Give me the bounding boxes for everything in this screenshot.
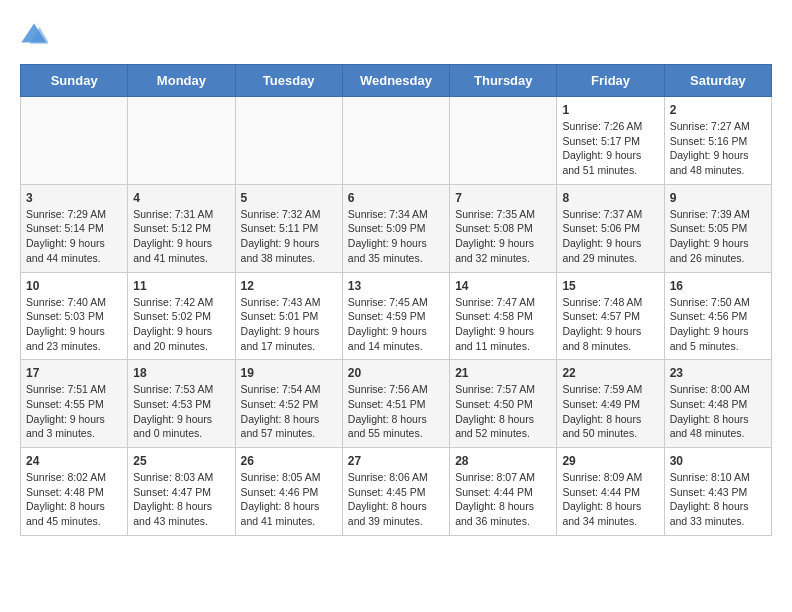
- calendar-cell: 25Sunrise: 8:03 AM Sunset: 4:47 PM Dayli…: [128, 448, 235, 536]
- day-number: 18: [133, 366, 229, 380]
- calendar-cell: 7Sunrise: 7:35 AM Sunset: 5:08 PM Daylig…: [450, 184, 557, 272]
- logo: [20, 20, 52, 48]
- day-number: 26: [241, 454, 337, 468]
- day-number: 21: [455, 366, 551, 380]
- calendar-cell: 2Sunrise: 7:27 AM Sunset: 5:16 PM Daylig…: [664, 97, 771, 185]
- day-number: 29: [562, 454, 658, 468]
- logo-icon: [20, 20, 48, 48]
- weekday-header: Wednesday: [342, 65, 449, 97]
- day-info: Sunrise: 7:34 AM Sunset: 5:09 PM Dayligh…: [348, 207, 444, 266]
- day-number: 15: [562, 279, 658, 293]
- day-number: 11: [133, 279, 229, 293]
- calendar-cell: 17Sunrise: 7:51 AM Sunset: 4:55 PM Dayli…: [21, 360, 128, 448]
- day-number: 2: [670, 103, 766, 117]
- calendar-cell: 29Sunrise: 8:09 AM Sunset: 4:44 PM Dayli…: [557, 448, 664, 536]
- calendar-cell: 20Sunrise: 7:56 AM Sunset: 4:51 PM Dayli…: [342, 360, 449, 448]
- day-number: 27: [348, 454, 444, 468]
- day-info: Sunrise: 8:06 AM Sunset: 4:45 PM Dayligh…: [348, 470, 444, 529]
- day-number: 9: [670, 191, 766, 205]
- calendar-body: 1Sunrise: 7:26 AM Sunset: 5:17 PM Daylig…: [21, 97, 772, 536]
- calendar-cell: 4Sunrise: 7:31 AM Sunset: 5:12 PM Daylig…: [128, 184, 235, 272]
- calendar-cell: [342, 97, 449, 185]
- header: [20, 20, 772, 48]
- weekday-header: Sunday: [21, 65, 128, 97]
- calendar-cell: [450, 97, 557, 185]
- day-info: Sunrise: 7:48 AM Sunset: 4:57 PM Dayligh…: [562, 295, 658, 354]
- calendar-cell: 1Sunrise: 7:26 AM Sunset: 5:17 PM Daylig…: [557, 97, 664, 185]
- weekday-header: Thursday: [450, 65, 557, 97]
- day-info: Sunrise: 7:50 AM Sunset: 4:56 PM Dayligh…: [670, 295, 766, 354]
- day-number: 5: [241, 191, 337, 205]
- calendar-cell: [235, 97, 342, 185]
- calendar-cell: 27Sunrise: 8:06 AM Sunset: 4:45 PM Dayli…: [342, 448, 449, 536]
- calendar-cell: 9Sunrise: 7:39 AM Sunset: 5:05 PM Daylig…: [664, 184, 771, 272]
- day-number: 19: [241, 366, 337, 380]
- day-info: Sunrise: 8:05 AM Sunset: 4:46 PM Dayligh…: [241, 470, 337, 529]
- day-number: 28: [455, 454, 551, 468]
- weekday-header: Saturday: [664, 65, 771, 97]
- calendar-cell: 6Sunrise: 7:34 AM Sunset: 5:09 PM Daylig…: [342, 184, 449, 272]
- day-info: Sunrise: 7:51 AM Sunset: 4:55 PM Dayligh…: [26, 382, 122, 441]
- day-info: Sunrise: 7:39 AM Sunset: 5:05 PM Dayligh…: [670, 207, 766, 266]
- calendar-cell: 15Sunrise: 7:48 AM Sunset: 4:57 PM Dayli…: [557, 272, 664, 360]
- calendar-cell: [21, 97, 128, 185]
- day-number: 8: [562, 191, 658, 205]
- day-number: 25: [133, 454, 229, 468]
- calendar-cell: 11Sunrise: 7:42 AM Sunset: 5:02 PM Dayli…: [128, 272, 235, 360]
- calendar-week-row: 3Sunrise: 7:29 AM Sunset: 5:14 PM Daylig…: [21, 184, 772, 272]
- day-info: Sunrise: 7:27 AM Sunset: 5:16 PM Dayligh…: [670, 119, 766, 178]
- calendar-cell: 18Sunrise: 7:53 AM Sunset: 4:53 PM Dayli…: [128, 360, 235, 448]
- day-info: Sunrise: 7:42 AM Sunset: 5:02 PM Dayligh…: [133, 295, 229, 354]
- calendar-table: SundayMondayTuesdayWednesdayThursdayFrid…: [20, 64, 772, 536]
- calendar-cell: 10Sunrise: 7:40 AM Sunset: 5:03 PM Dayli…: [21, 272, 128, 360]
- day-info: Sunrise: 8:07 AM Sunset: 4:44 PM Dayligh…: [455, 470, 551, 529]
- weekday-header: Monday: [128, 65, 235, 97]
- calendar-cell: 23Sunrise: 8:00 AM Sunset: 4:48 PM Dayli…: [664, 360, 771, 448]
- day-number: 6: [348, 191, 444, 205]
- calendar-cell: 8Sunrise: 7:37 AM Sunset: 5:06 PM Daylig…: [557, 184, 664, 272]
- day-info: Sunrise: 7:54 AM Sunset: 4:52 PM Dayligh…: [241, 382, 337, 441]
- calendar-cell: 22Sunrise: 7:59 AM Sunset: 4:49 PM Dayli…: [557, 360, 664, 448]
- day-number: 4: [133, 191, 229, 205]
- day-info: Sunrise: 7:31 AM Sunset: 5:12 PM Dayligh…: [133, 207, 229, 266]
- calendar-week-row: 1Sunrise: 7:26 AM Sunset: 5:17 PM Daylig…: [21, 97, 772, 185]
- day-number: 13: [348, 279, 444, 293]
- calendar-cell: 16Sunrise: 7:50 AM Sunset: 4:56 PM Dayli…: [664, 272, 771, 360]
- calendar-cell: 28Sunrise: 8:07 AM Sunset: 4:44 PM Dayli…: [450, 448, 557, 536]
- calendar-cell: 14Sunrise: 7:47 AM Sunset: 4:58 PM Dayli…: [450, 272, 557, 360]
- calendar-week-row: 10Sunrise: 7:40 AM Sunset: 5:03 PM Dayli…: [21, 272, 772, 360]
- day-info: Sunrise: 7:59 AM Sunset: 4:49 PM Dayligh…: [562, 382, 658, 441]
- day-info: Sunrise: 7:57 AM Sunset: 4:50 PM Dayligh…: [455, 382, 551, 441]
- day-number: 23: [670, 366, 766, 380]
- day-info: Sunrise: 7:26 AM Sunset: 5:17 PM Dayligh…: [562, 119, 658, 178]
- day-info: Sunrise: 8:10 AM Sunset: 4:43 PM Dayligh…: [670, 470, 766, 529]
- day-number: 17: [26, 366, 122, 380]
- calendar-cell: 13Sunrise: 7:45 AM Sunset: 4:59 PM Dayli…: [342, 272, 449, 360]
- calendar-cell: 30Sunrise: 8:10 AM Sunset: 4:43 PM Dayli…: [664, 448, 771, 536]
- day-info: Sunrise: 7:37 AM Sunset: 5:06 PM Dayligh…: [562, 207, 658, 266]
- day-number: 20: [348, 366, 444, 380]
- day-info: Sunrise: 8:02 AM Sunset: 4:48 PM Dayligh…: [26, 470, 122, 529]
- day-info: Sunrise: 7:32 AM Sunset: 5:11 PM Dayligh…: [241, 207, 337, 266]
- day-info: Sunrise: 7:29 AM Sunset: 5:14 PM Dayligh…: [26, 207, 122, 266]
- day-info: Sunrise: 7:47 AM Sunset: 4:58 PM Dayligh…: [455, 295, 551, 354]
- day-info: Sunrise: 7:40 AM Sunset: 5:03 PM Dayligh…: [26, 295, 122, 354]
- weekday-header: Tuesday: [235, 65, 342, 97]
- day-number: 30: [670, 454, 766, 468]
- day-info: Sunrise: 7:53 AM Sunset: 4:53 PM Dayligh…: [133, 382, 229, 441]
- day-number: 22: [562, 366, 658, 380]
- weekday-header: Friday: [557, 65, 664, 97]
- day-number: 3: [26, 191, 122, 205]
- calendar-cell: [128, 97, 235, 185]
- day-number: 1: [562, 103, 658, 117]
- calendar-cell: 26Sunrise: 8:05 AM Sunset: 4:46 PM Dayli…: [235, 448, 342, 536]
- day-info: Sunrise: 8:09 AM Sunset: 4:44 PM Dayligh…: [562, 470, 658, 529]
- day-number: 24: [26, 454, 122, 468]
- day-number: 14: [455, 279, 551, 293]
- calendar-cell: 24Sunrise: 8:02 AM Sunset: 4:48 PM Dayli…: [21, 448, 128, 536]
- calendar-week-row: 24Sunrise: 8:02 AM Sunset: 4:48 PM Dayli…: [21, 448, 772, 536]
- day-info: Sunrise: 8:03 AM Sunset: 4:47 PM Dayligh…: [133, 470, 229, 529]
- calendar-cell: 19Sunrise: 7:54 AM Sunset: 4:52 PM Dayli…: [235, 360, 342, 448]
- calendar-cell: 12Sunrise: 7:43 AM Sunset: 5:01 PM Dayli…: [235, 272, 342, 360]
- day-number: 12: [241, 279, 337, 293]
